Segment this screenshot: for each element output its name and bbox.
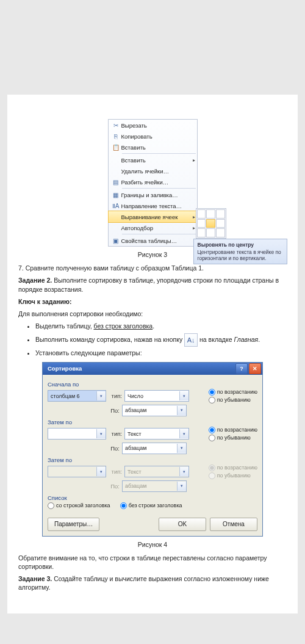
- type-label: тип:: [109, 468, 122, 475]
- text-direction-icon: ⅡA: [110, 203, 121, 209]
- by-1-combo[interactable]: абзацам▾: [122, 405, 187, 416]
- document-page: ✂ Вырезать ⎘ Копировать 📋 Вставить Встав…: [7, 95, 298, 613]
- ok-button[interactable]: OK: [159, 518, 206, 531]
- b1u: без строк заголовка: [93, 322, 152, 330]
- ctx-label: Автоподбор: [121, 225, 191, 231]
- align-bl[interactable]: [197, 228, 206, 237]
- no-header-radio[interactable]: без строки заголовка: [120, 502, 182, 509]
- align-mc[interactable]: [206, 219, 215, 228]
- bullet-3: Установить следующие параметры:: [35, 349, 287, 358]
- ctx-label: Границы и заливка…: [121, 192, 197, 198]
- ctx-paste[interactable]: 📋 Вставить: [109, 142, 197, 153]
- b2c: на вкладке: [198, 336, 234, 343]
- ctx-copy[interactable]: ⎘ Копировать: [109, 131, 197, 142]
- ctx-label: Направление текста…: [121, 203, 197, 209]
- asc-3-radio: по возрастанию: [209, 465, 257, 471]
- align-bc[interactable]: [206, 228, 215, 237]
- figure-3: ✂ Вырезать ⎘ Копировать 📋 Вставить Встав…: [18, 119, 287, 247]
- ctx-cut[interactable]: ✂ Вырезать: [109, 120, 197, 131]
- close-button[interactable]: ✕: [249, 363, 261, 374]
- by-2-combo[interactable]: абзацам▾: [122, 443, 187, 454]
- cancel-button[interactable]: Отмена: [210, 518, 257, 531]
- radio-label: по возрастанию: [217, 427, 257, 433]
- ctx-text-direction[interactable]: ⅡA Направление текста…: [109, 200, 197, 211]
- tooltip-body: Центрирование текста в ячейке по горизон…: [198, 249, 283, 261]
- asc-1-radio[interactable]: по возрастанию: [209, 389, 257, 396]
- desc-1-radio[interactable]: по убыванию: [209, 397, 257, 403]
- sort-dialog: Сортировка ? ✕ Сначала по столбцам 6▾ ти…: [42, 362, 263, 537]
- note: Обратите внимание на то, что строки в та…: [18, 554, 287, 571]
- ctx-label: Вставить: [121, 157, 191, 164]
- type-2-combo[interactable]: Текст▾: [124, 428, 189, 440]
- help-button[interactable]: ?: [235, 363, 248, 374]
- tooltip: Выровнять по центру Центрирование текста…: [193, 239, 287, 264]
- bullet-list: Выделить таблицу, без строк заголовка. В…: [35, 322, 287, 358]
- desc-2-radio[interactable]: по убыванию: [209, 435, 257, 441]
- ctx-label: Свойства таблицы…: [121, 237, 197, 244]
- separator: [122, 153, 196, 154]
- type-label: тип:: [109, 430, 122, 437]
- ctx-borders[interactable]: ▦ Границы и заливка…: [109, 189, 197, 200]
- by-label: По:: [106, 483, 120, 490]
- context-menu: ✂ Вырезать ⎘ Копировать 📋 Вставить Встав…: [108, 119, 198, 247]
- sortby-3-combo: ▾: [48, 466, 106, 477]
- combo-value: Текст: [127, 431, 179, 437]
- align-br[interactable]: [216, 228, 225, 237]
- chevron-down-icon: ▾: [177, 444, 186, 453]
- align-tr[interactable]: [216, 209, 225, 219]
- radio-label: по возрастанию: [217, 465, 257, 471]
- ctx-table-properties[interactable]: ▣ Свойства таблицы…: [109, 235, 197, 246]
- dialog-title: Сортировка: [48, 365, 82, 372]
- separator: [122, 234, 196, 234]
- type-1-combo[interactable]: Число▾: [124, 390, 189, 402]
- chevron-down-icon: ▾: [177, 482, 186, 491]
- task-2-label: Задание 2.: [18, 277, 52, 284]
- tooltip-title: Выровнять по центру: [198, 242, 283, 248]
- ctx-cell-alignment[interactable]: Выравнивание ячеек ▸: [108, 211, 198, 223]
- sortby-1-combo[interactable]: столбцам 6▾: [48, 390, 106, 402]
- properties-icon: ▣: [110, 237, 121, 244]
- key-label: Ключ к заданию:: [18, 297, 287, 306]
- params-button[interactable]: Параметры…: [48, 518, 99, 531]
- ctx-label: Выравнивание ячеек: [121, 214, 191, 220]
- chevron-down-icon: ▾: [177, 406, 186, 415]
- bullet-2: Выполнить команду сортировка, нажав на к…: [35, 333, 287, 347]
- by-3-combo: абзацам▾: [122, 480, 187, 492]
- align-mr[interactable]: [216, 219, 225, 228]
- figure-4-caption: Рисунок 4: [18, 540, 287, 549]
- align-tl[interactable]: [197, 209, 206, 219]
- align-ml[interactable]: [197, 219, 206, 228]
- ctx-label: Копировать: [121, 133, 197, 140]
- b1a: Выделить таблицу,: [35, 322, 93, 330]
- combo-value: Текст: [127, 469, 179, 475]
- figure-4: Сортировка ? ✕ Сначала по столбцам 6▾ ти…: [18, 362, 287, 537]
- alignment-grid: [196, 208, 226, 239]
- ctx-split-cells[interactable]: ▤ Разбить ячейки…: [109, 176, 197, 187]
- cut-icon: ✂: [110, 122, 121, 129]
- radio-label: по убыванию: [217, 472, 251, 479]
- desc-3-radio: по убыванию: [209, 472, 257, 479]
- ctx-label: Вырезать: [121, 122, 197, 129]
- b2d: .: [258, 336, 260, 343]
- with-header-radio[interactable]: со строкой заголовка: [48, 502, 110, 509]
- radio-label: по возрастанию: [217, 389, 257, 395]
- type-label: тип:: [109, 393, 122, 399]
- align-tc[interactable]: [206, 209, 215, 219]
- ctx-label: Вставить: [121, 144, 197, 151]
- ctx-insert[interactable]: Вставить ▸: [109, 154, 197, 165]
- lead: Для выполнения сортировки необходимо:: [18, 309, 287, 318]
- sort-icon: А↓: [184, 333, 198, 347]
- ctx-delete-cells[interactable]: Удалить ячейки…: [109, 165, 197, 176]
- asc-2-radio[interactable]: по возрастанию: [209, 427, 257, 433]
- list-label: Список: [48, 494, 257, 501]
- dialog-titlebar: Сортировка ? ✕: [43, 363, 262, 375]
- radio-label: по убыванию: [217, 397, 251, 403]
- chevron-down-icon: ▾: [179, 429, 188, 438]
- sortby-2-combo[interactable]: ▾: [48, 428, 106, 440]
- b1b: .: [152, 322, 154, 330]
- group2-label: Затем по: [48, 419, 257, 425]
- chevron-right-icon: ▸: [191, 157, 197, 163]
- ctx-autofit[interactable]: Автоподбор ▸: [109, 222, 197, 233]
- dialog-footer: Параметры… OK Отмена: [43, 515, 262, 536]
- chevron-down-icon: ▾: [96, 429, 106, 438]
